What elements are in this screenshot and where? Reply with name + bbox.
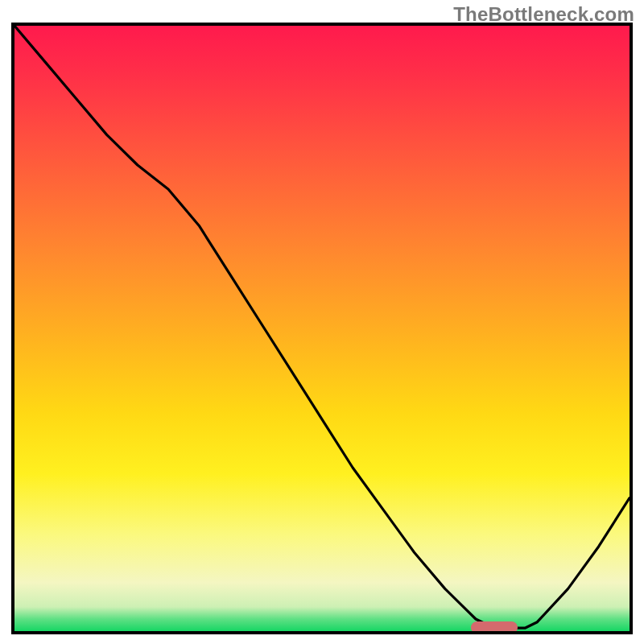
plot-area (11, 23, 633, 634)
bottleneck-curve (14, 26, 630, 631)
chart-frame: TheBottleneck.com (0, 0, 644, 644)
watermark: TheBottleneck.com (453, 3, 634, 26)
optimal-marker (471, 621, 517, 634)
